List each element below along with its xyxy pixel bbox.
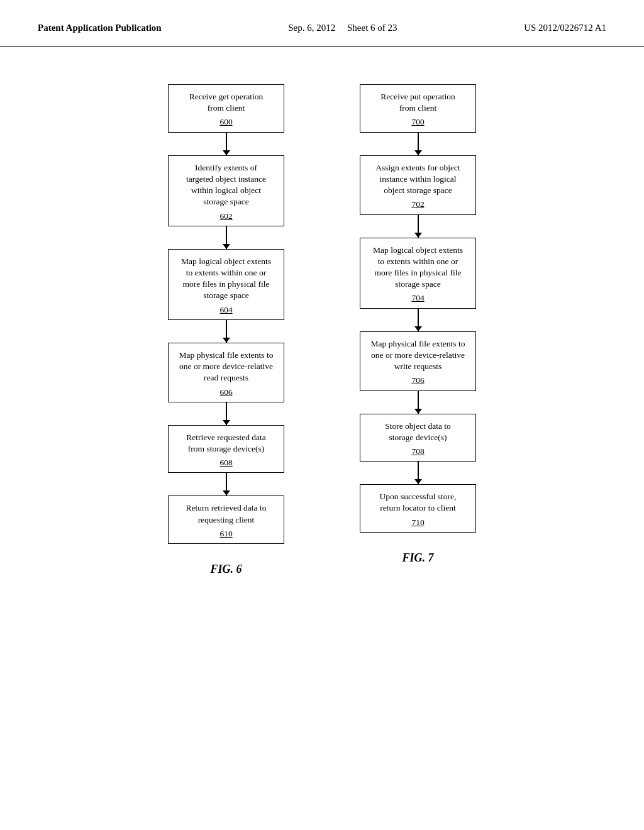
main-content: Receive get operationfrom client 600 Ide…: [0, 47, 644, 589]
fig6-label: FIG. 6: [210, 563, 242, 576]
arrow-702-704: [418, 215, 419, 238]
box-600: Receive get operationfrom client 600: [168, 84, 284, 133]
box-606: Map physical file extents toone or more …: [168, 343, 284, 402]
arrow-708-710: [418, 462, 419, 484]
flowchart-fig7: Receive put operationfrom client 700 Ass…: [360, 84, 476, 533]
box-604: Map logical object extentsto extents wit…: [168, 249, 284, 320]
box-610: Return retrieved data torequesting clien…: [168, 495, 284, 544]
arrow-602-604: [226, 226, 227, 249]
figure-6-container: Receive get operationfrom client 600 Ide…: [168, 84, 284, 576]
header-center: Sep. 6, 2012 Sheet 6 of 23: [288, 23, 397, 33]
arrow-604-606: [226, 320, 227, 343]
figure-7-container: Receive put operationfrom client 700 Ass…: [360, 84, 476, 576]
header-left: Patent Application Publication: [38, 23, 162, 33]
arrow-704-706: [418, 309, 419, 331]
header-sheet: Sheet 6 of 23: [347, 23, 397, 33]
arrow-608-610: [226, 473, 227, 495]
arrow-700-702: [418, 133, 419, 155]
box-708: Store object data tostorage device(s) 70…: [360, 414, 476, 462]
fig7-label: FIG. 7: [402, 551, 433, 565]
page-header: Patent Application Publication Sep. 6, 2…: [0, 0, 644, 47]
box-602: Identify extents oftargeted object insta…: [168, 155, 284, 226]
box-710: Upon successful store,return locator to …: [360, 484, 476, 533]
box-700: Receive put operationfrom client 700: [360, 84, 476, 133]
header-date: Sep. 6, 2012: [288, 23, 335, 33]
box-608: Retrieve requested datafrom storage devi…: [168, 425, 284, 473]
arrow-600-602: [226, 133, 227, 155]
arrow-606-608: [226, 402, 227, 425]
flowchart-fig6: Receive get operationfrom client 600 Ide…: [168, 84, 284, 544]
arrow-706-708: [418, 391, 419, 414]
header-right: US 2012/0226712 A1: [524, 23, 606, 33]
box-706: Map physical file extents toone or more …: [360, 331, 476, 391]
box-704: Map logical object extentsto extents wit…: [360, 238, 476, 309]
box-702: Assign extents for objectinstance within…: [360, 155, 476, 215]
